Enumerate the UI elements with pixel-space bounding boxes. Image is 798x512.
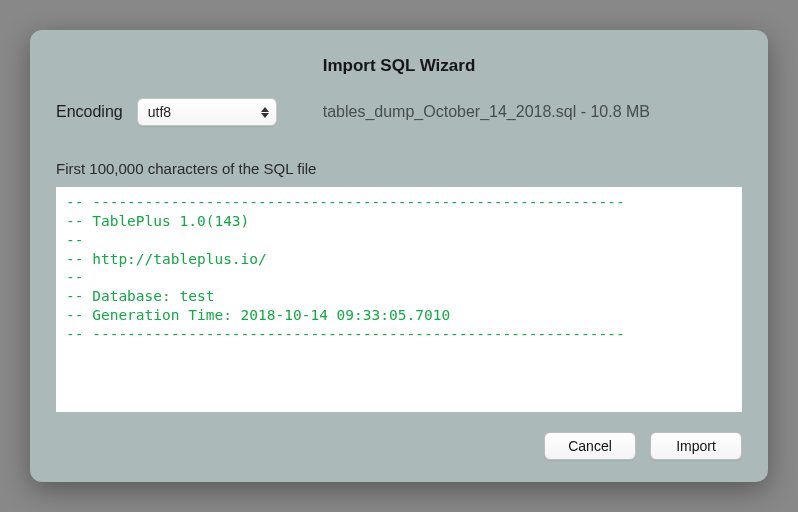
import-button-label: Import [676,438,716,454]
encoding-label: Encoding [56,103,123,121]
import-sql-wizard-dialog: Import SQL Wizard Encoding utf8 tables_d… [30,30,768,482]
dialog-buttons: Cancel Import [56,432,742,460]
import-button[interactable]: Import [650,432,742,460]
cancel-button[interactable]: Cancel [544,432,636,460]
preview-label: First 100,000 characters of the SQL file [56,160,742,177]
file-info: tables_dump_October_14_2018.sql - 10.8 M… [323,103,650,121]
sql-preview-text: -- -------------------------------------… [66,193,732,344]
sql-preview[interactable]: -- -------------------------------------… [56,187,742,412]
encoding-select[interactable]: utf8 [137,98,277,126]
encoding-select-value: utf8 [137,98,277,126]
encoding-row: Encoding utf8 tables_dump_October_14_201… [56,98,742,126]
cancel-button-label: Cancel [568,438,612,454]
dialog-title: Import SQL Wizard [56,56,742,76]
